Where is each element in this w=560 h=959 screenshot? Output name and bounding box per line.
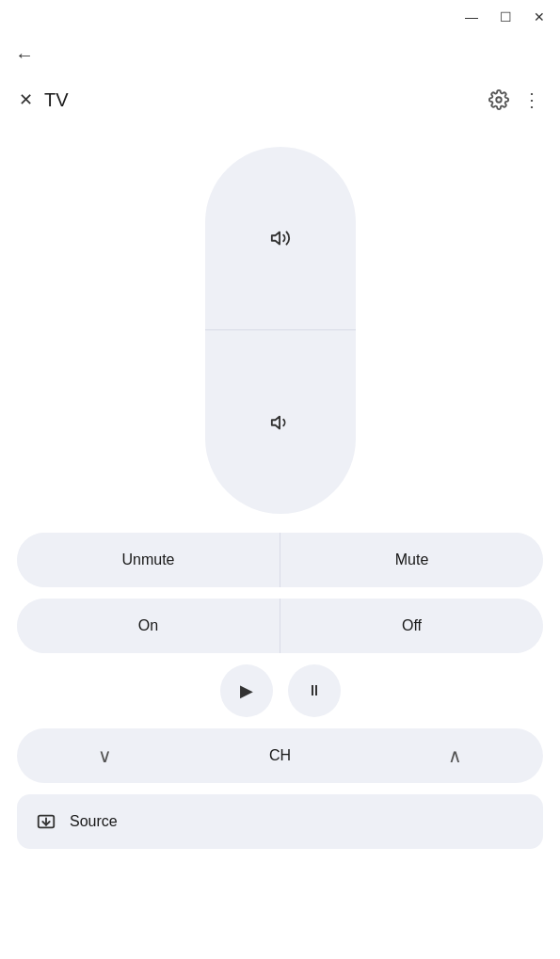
app-close-icon[interactable]: ✕ — [19, 89, 33, 110]
volume-pill — [205, 147, 356, 514]
volume-section — [0, 124, 560, 533]
maximize-button[interactable]: ☐ — [496, 8, 515, 26]
chevron-down-icon: ∨ — [98, 744, 112, 767]
titlebar-controls: — ☐ ✕ — [462, 8, 549, 26]
channel-up-button[interactable]: ∧ — [368, 728, 543, 783]
pause-icon: ⏸ — [307, 682, 322, 699]
unmute-button[interactable]: Unmute — [17, 533, 280, 587]
gear-icon — [488, 89, 509, 110]
on-button[interactable]: On — [17, 599, 280, 653]
volume-up-icon — [270, 228, 291, 248]
app-title: TV — [44, 89, 69, 111]
settings-button[interactable] — [488, 89, 509, 110]
volume-up-button[interactable] — [205, 147, 356, 330]
svg-marker-2 — [271, 416, 279, 428]
media-row: ▶ ⏸ — [0, 664, 560, 717]
volume-down-button[interactable] — [205, 330, 356, 514]
pause-button[interactable]: ⏸ — [288, 664, 341, 717]
source-row[interactable]: Source — [17, 794, 543, 849]
channel-row: ∨ CH ∧ — [17, 728, 543, 783]
more-button[interactable]: ⋮ — [522, 88, 541, 111]
app-header-left: ✕ TV — [19, 89, 69, 111]
svg-marker-1 — [271, 232, 279, 245]
off-button[interactable]: Off — [280, 599, 543, 653]
play-button[interactable]: ▶ — [220, 664, 273, 717]
window-close-button[interactable]: ✕ — [530, 8, 549, 26]
svg-point-0 — [496, 97, 502, 103]
mute-button[interactable]: Mute — [280, 533, 543, 587]
mute-row: Unmute Mute — [17, 533, 543, 587]
source-label: Source — [70, 813, 118, 830]
app-header-right: ⋮ — [488, 88, 541, 111]
titlebar: — ☐ ✕ — [0, 0, 560, 34]
back-row: ← — [0, 34, 560, 75]
source-icon — [36, 811, 56, 832]
channel-label: CH — [192, 747, 367, 764]
minimize-button[interactable]: — — [462, 8, 481, 26]
channel-down-button[interactable]: ∨ — [17, 728, 192, 783]
back-icon[interactable]: ← — [15, 44, 34, 66]
app-header: ✕ TV ⋮ — [0, 75, 560, 124]
power-row: On Off — [17, 599, 543, 653]
volume-down-icon — [270, 412, 291, 433]
play-icon: ▶ — [240, 680, 253, 701]
chevron-up-icon: ∧ — [448, 744, 462, 767]
